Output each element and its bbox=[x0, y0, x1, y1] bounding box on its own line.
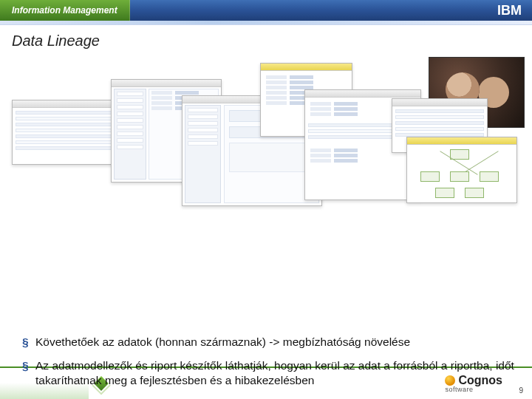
screenshot-collage bbox=[7, 57, 525, 227]
banner-right: IBM bbox=[497, 3, 522, 18]
slide-title: Data Lineage bbox=[0, 25, 532, 54]
bullet-item: Követhetőek az adatok (honnan származnak… bbox=[22, 330, 516, 354]
page-number: 9 bbox=[519, 386, 523, 395]
banner-tab: Information Management bbox=[0, 0, 130, 21]
ibm-logo: IBM bbox=[497, 3, 522, 18]
top-banner: Information Management IBM bbox=[0, 0, 532, 21]
screenshot-thumb bbox=[406, 137, 517, 203]
bullet-list: Követhetőek az adatok (honnan származnak… bbox=[22, 330, 516, 392]
bullet-item: Az adatmodellezők és riport készítők lát… bbox=[22, 354, 516, 392]
banner-tab-label: Information Management bbox=[12, 5, 117, 16]
